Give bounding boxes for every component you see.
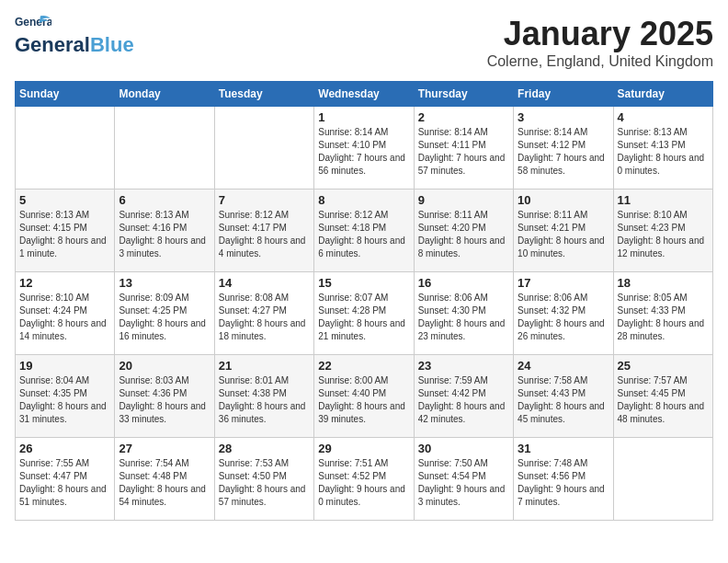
- day-info: Sunrise: 8:13 AM Sunset: 4:15 PM Dayligh…: [19, 209, 110, 260]
- day-number: 21: [219, 359, 310, 373]
- weekday-header: Wednesday: [314, 82, 414, 107]
- calendar-cell: 13Sunrise: 8:09 AM Sunset: 4:25 PM Dayli…: [115, 272, 214, 355]
- day-info: Sunrise: 7:54 AM Sunset: 4:48 PM Dayligh…: [119, 457, 210, 509]
- calendar-cell: 12Sunrise: 8:10 AM Sunset: 4:24 PM Dayli…: [16, 272, 115, 355]
- day-info: Sunrise: 8:13 AM Sunset: 4:16 PM Dayligh…: [119, 209, 210, 260]
- calendar-cell: 11Sunrise: 8:10 AM Sunset: 4:23 PM Dayli…: [613, 190, 712, 272]
- calendar-cell: 25Sunrise: 7:57 AM Sunset: 4:45 PM Dayli…: [613, 355, 712, 438]
- day-number: 23: [418, 359, 509, 373]
- day-number: 18: [618, 276, 709, 290]
- day-number: 28: [219, 442, 310, 455]
- calendar-cell: 9Sunrise: 8:11 AM Sunset: 4:20 PM Daylig…: [414, 190, 513, 272]
- calendar-cell: 30Sunrise: 7:50 AM Sunset: 4:54 PM Dayli…: [414, 438, 513, 521]
- day-number: 16: [418, 276, 509, 290]
- day-number: 7: [219, 193, 310, 207]
- day-number: 9: [418, 193, 509, 207]
- day-info: Sunrise: 7:48 AM Sunset: 4:56 PM Dayligh…: [518, 457, 609, 509]
- day-number: 31: [518, 442, 609, 455]
- day-number: 27: [119, 442, 210, 455]
- day-number: 6: [119, 193, 210, 207]
- page-header: General General Blue January 2025 Colern…: [15, 15, 713, 70]
- calendar-table: SundayMondayTuesdayWednesdayThursdayFrid…: [15, 81, 713, 521]
- day-info: Sunrise: 8:14 AM Sunset: 4:12 PM Dayligh…: [518, 126, 609, 178]
- day-info: Sunrise: 8:01 AM Sunset: 4:38 PM Dayligh…: [219, 374, 310, 426]
- day-number: 1: [318, 110, 409, 124]
- calendar-cell: 6Sunrise: 8:13 AM Sunset: 4:16 PM Daylig…: [115, 190, 214, 272]
- calendar-cell: 5Sunrise: 8:13 AM Sunset: 4:15 PM Daylig…: [16, 190, 115, 272]
- calendar-cell: 19Sunrise: 8:04 AM Sunset: 4:35 PM Dayli…: [16, 355, 115, 438]
- calendar-cell: 4Sunrise: 8:13 AM Sunset: 4:13 PM Daylig…: [613, 107, 712, 190]
- day-number: 2: [418, 110, 509, 124]
- calendar-cell: 3Sunrise: 8:14 AM Sunset: 4:12 PM Daylig…: [514, 107, 613, 190]
- logo: General General Blue: [15, 15, 134, 57]
- day-info: Sunrise: 7:55 AM Sunset: 4:47 PM Dayligh…: [19, 457, 110, 509]
- day-info: Sunrise: 8:10 AM Sunset: 4:24 PM Dayligh…: [19, 292, 110, 343]
- calendar-cell: 10Sunrise: 8:11 AM Sunset: 4:21 PM Dayli…: [514, 190, 613, 272]
- calendar-cell: 20Sunrise: 8:03 AM Sunset: 4:36 PM Dayli…: [115, 355, 214, 438]
- month-title: January 2025: [487, 15, 713, 53]
- day-info: Sunrise: 7:50 AM Sunset: 4:54 PM Dayligh…: [418, 457, 509, 509]
- day-info: Sunrise: 8:14 AM Sunset: 4:10 PM Dayligh…: [318, 126, 409, 178]
- calendar-cell: 16Sunrise: 8:06 AM Sunset: 4:30 PM Dayli…: [414, 272, 513, 355]
- calendar-cell: 14Sunrise: 8:08 AM Sunset: 4:27 PM Dayli…: [214, 272, 313, 355]
- calendar-cell: 27Sunrise: 7:54 AM Sunset: 4:48 PM Dayli…: [115, 438, 214, 521]
- weekday-header: Saturday: [613, 82, 712, 107]
- day-number: 8: [318, 193, 409, 207]
- calendar-cell: 1Sunrise: 8:14 AM Sunset: 4:10 PM Daylig…: [314, 107, 414, 190]
- day-info: Sunrise: 7:53 AM Sunset: 4:50 PM Dayligh…: [219, 457, 310, 509]
- calendar-cell: [613, 438, 712, 521]
- day-number: 10: [518, 193, 609, 207]
- calendar-cell: 21Sunrise: 8:01 AM Sunset: 4:38 PM Dayli…: [214, 355, 313, 438]
- day-info: Sunrise: 8:05 AM Sunset: 4:33 PM Dayligh…: [618, 292, 709, 343]
- calendar-cell: 26Sunrise: 7:55 AM Sunset: 4:47 PM Dayli…: [16, 438, 115, 521]
- weekday-header: Tuesday: [214, 82, 313, 107]
- day-info: Sunrise: 8:07 AM Sunset: 4:28 PM Dayligh…: [318, 292, 409, 343]
- day-number: 11: [618, 193, 709, 207]
- day-number: 17: [518, 276, 609, 290]
- calendar-cell: 23Sunrise: 7:59 AM Sunset: 4:42 PM Dayli…: [414, 355, 513, 438]
- calendar-cell: 29Sunrise: 7:51 AM Sunset: 4:52 PM Dayli…: [314, 438, 414, 521]
- calendar-cell: 24Sunrise: 7:58 AM Sunset: 4:43 PM Dayli…: [514, 355, 613, 438]
- day-info: Sunrise: 8:06 AM Sunset: 4:32 PM Dayligh…: [518, 292, 609, 343]
- day-info: Sunrise: 8:11 AM Sunset: 4:21 PM Dayligh…: [518, 209, 609, 260]
- calendar-cell: 22Sunrise: 8:00 AM Sunset: 4:40 PM Dayli…: [314, 355, 414, 438]
- day-number: 4: [618, 110, 709, 124]
- calendar-cell: [16, 107, 115, 190]
- day-number: 3: [518, 110, 609, 124]
- day-number: 5: [19, 193, 110, 207]
- day-number: 12: [19, 276, 110, 290]
- day-number: 25: [618, 359, 709, 373]
- day-info: Sunrise: 8:00 AM Sunset: 4:40 PM Dayligh…: [318, 374, 409, 426]
- day-info: Sunrise: 8:12 AM Sunset: 4:18 PM Dayligh…: [318, 209, 409, 260]
- day-number: 20: [119, 359, 210, 373]
- day-info: Sunrise: 8:09 AM Sunset: 4:25 PM Dayligh…: [119, 292, 210, 343]
- calendar-cell: 28Sunrise: 7:53 AM Sunset: 4:50 PM Dayli…: [214, 438, 313, 521]
- day-info: Sunrise: 7:59 AM Sunset: 4:42 PM Dayligh…: [418, 374, 509, 426]
- calendar-cell: 15Sunrise: 8:07 AM Sunset: 4:28 PM Dayli…: [314, 272, 414, 355]
- day-number: 14: [219, 276, 310, 290]
- day-number: 22: [318, 359, 409, 373]
- day-info: Sunrise: 7:51 AM Sunset: 4:52 PM Dayligh…: [318, 457, 409, 509]
- day-info: Sunrise: 8:14 AM Sunset: 4:11 PM Dayligh…: [418, 126, 509, 178]
- day-info: Sunrise: 8:10 AM Sunset: 4:23 PM Dayligh…: [618, 209, 709, 260]
- weekday-header: Thursday: [414, 82, 513, 107]
- calendar-cell: 7Sunrise: 8:12 AM Sunset: 4:17 PM Daylig…: [214, 190, 313, 272]
- day-number: 15: [318, 276, 409, 290]
- day-info: Sunrise: 7:57 AM Sunset: 4:45 PM Dayligh…: [618, 374, 709, 426]
- day-info: Sunrise: 8:03 AM Sunset: 4:36 PM Dayligh…: [119, 374, 210, 426]
- day-info: Sunrise: 7:58 AM Sunset: 4:43 PM Dayligh…: [518, 374, 609, 426]
- logo-icon: General: [15, 15, 51, 33]
- day-info: Sunrise: 8:08 AM Sunset: 4:27 PM Dayligh…: [219, 292, 310, 343]
- day-number: 19: [19, 359, 110, 373]
- weekday-header: Monday: [115, 82, 214, 107]
- day-number: 29: [318, 442, 409, 455]
- calendar-cell: [214, 107, 313, 190]
- day-info: Sunrise: 8:11 AM Sunset: 4:20 PM Dayligh…: [418, 209, 509, 260]
- day-number: 26: [19, 442, 110, 455]
- weekday-header: Sunday: [16, 82, 115, 107]
- calendar-cell: 31Sunrise: 7:48 AM Sunset: 4:56 PM Dayli…: [514, 438, 613, 521]
- day-number: 24: [518, 359, 609, 373]
- day-number: 13: [119, 276, 210, 290]
- day-number: 30: [418, 442, 509, 455]
- day-info: Sunrise: 8:04 AM Sunset: 4:35 PM Dayligh…: [19, 374, 110, 426]
